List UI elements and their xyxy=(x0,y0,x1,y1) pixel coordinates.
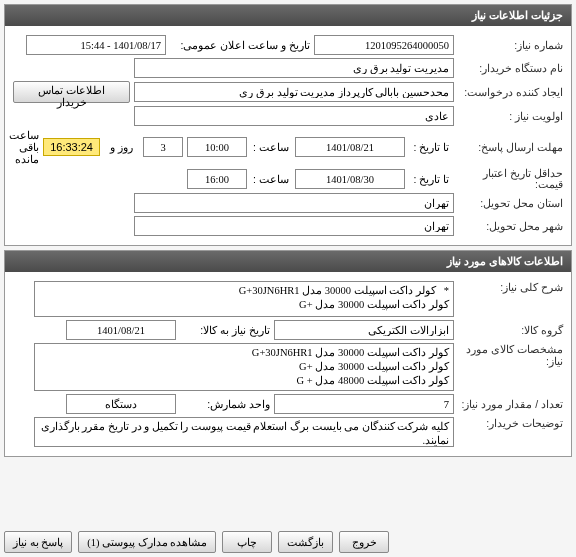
need-details-header: جزئیات اطلاعات نیاز xyxy=(5,5,571,26)
remaining-label: ساعت باقی مانده xyxy=(9,129,39,165)
unit-field[interactable] xyxy=(66,394,176,414)
announce-label: تاریخ و ساعت اعلان عمومی: xyxy=(170,39,310,51)
unit-label: واحد شمارش: xyxy=(180,398,270,410)
province-field[interactable] xyxy=(134,193,454,213)
requester-field[interactable] xyxy=(134,82,454,102)
group-field[interactable] xyxy=(274,320,454,340)
goods-body: شرح کلی نیاز: گروه کالا: تاریخ نیاز به ک… xyxy=(5,272,571,456)
view-attachments-button[interactable]: مشاهده مدارک پیوستی (1) xyxy=(78,531,216,553)
need-details-body: شماره نیاز: تاریخ و ساعت اعلان عمومی: نا… xyxy=(5,26,571,245)
province-label: استان محل تحویل: xyxy=(458,197,563,209)
desc-field[interactable] xyxy=(34,281,454,317)
desc-label: شرح کلی نیاز: xyxy=(458,281,563,293)
need-date-field[interactable] xyxy=(66,320,176,340)
exit-button[interactable]: خروج xyxy=(339,531,389,553)
group-label: گروه کالا: xyxy=(458,324,563,336)
qty-label: تعداد / مقدار مورد نیاز: xyxy=(458,398,563,410)
deadline-time-field[interactable] xyxy=(187,137,247,157)
priority-field[interactable] xyxy=(134,106,454,126)
price-date-field[interactable] xyxy=(295,169,405,189)
buyer-note-label: توضیحات خریدار: xyxy=(458,417,563,429)
hour-label-2: ساعت : xyxy=(251,173,291,185)
buyer-label: نام دستگاه خریدار: xyxy=(458,62,563,74)
days-remaining-field[interactable] xyxy=(143,137,183,157)
need-number-label: شماره نیاز: xyxy=(458,39,563,51)
back-button[interactable]: بازگشت xyxy=(278,531,333,553)
hour-label-1: ساعت : xyxy=(251,141,291,153)
footer-bar: پاسخ به نیاز مشاهده مدارک پیوستی (1) چاپ… xyxy=(4,531,572,553)
spec-label: مشخصات کالای مورد نیاز: xyxy=(458,343,563,367)
countdown-timer: 16:33:24 xyxy=(43,138,100,156)
goods-header: اطلاعات کالاهای مورد نیاز xyxy=(5,251,571,272)
to-date-label-2: تا تاریخ : xyxy=(409,173,454,185)
goods-panel: اطلاعات کالاهای مورد نیاز شرح کلی نیاز: … xyxy=(4,250,572,457)
reply-button[interactable]: پاسخ به نیاز xyxy=(4,531,72,553)
announce-field[interactable] xyxy=(26,35,166,55)
print-button[interactable]: چاپ xyxy=(222,531,272,553)
need-details-panel: جزئیات اطلاعات نیاز شماره نیاز: تاریخ و … xyxy=(4,4,572,246)
priority-label: اولویت نیاز : xyxy=(458,110,563,122)
qty-field[interactable] xyxy=(274,394,454,414)
need-date-label: تاریخ نیاز به کالا: xyxy=(180,324,270,336)
city-label: شهر محل تحویل: xyxy=(458,220,563,232)
buyer-note-field[interactable] xyxy=(34,417,454,447)
deadline-date-field[interactable] xyxy=(295,137,405,157)
buyer-field[interactable] xyxy=(134,58,454,78)
contact-buyer-button[interactable]: اطلاعات تماس خریدار xyxy=(13,81,130,103)
to-date-label: تا تاریخ : xyxy=(409,141,454,153)
deadline-label: مهلت ارسال پاسخ: xyxy=(458,141,563,153)
spec-field[interactable] xyxy=(34,343,454,391)
price-validity-label: حداقل تاریخ اعتبار قیمت: xyxy=(458,168,563,190)
price-time-field[interactable] xyxy=(187,169,247,189)
city-field[interactable] xyxy=(134,216,454,236)
need-number-field[interactable] xyxy=(314,35,454,55)
days-and-label: روز و xyxy=(104,141,139,153)
requester-label: ایجاد کننده درخواست: xyxy=(458,86,563,98)
